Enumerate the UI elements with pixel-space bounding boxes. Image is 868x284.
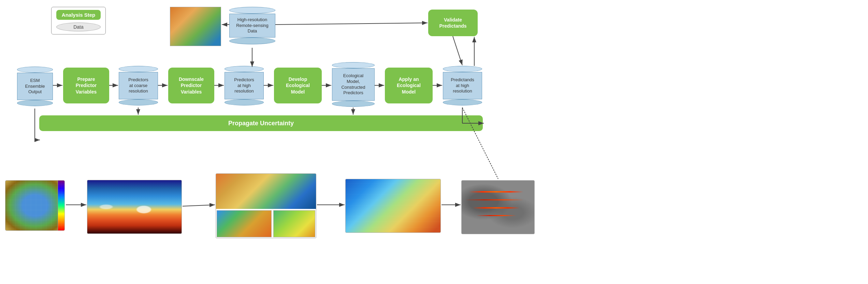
validate-box: ValidatePredictands	[428, 10, 478, 36]
esm-cylinder-top	[17, 67, 53, 73]
apply-eco-box: Apply anEcologicalModel	[385, 68, 433, 103]
legend-analysis-step: Analysis Step	[56, 10, 101, 20]
propagate-uncertainty-bar: Propagate Uncertainty	[39, 115, 483, 131]
arrow-validate-predictands	[453, 36, 462, 65]
predictands-high-top	[443, 66, 482, 72]
eco-model-cylinder: EcologicalModel,ConstructedPredictors	[332, 62, 375, 107]
diagram-container: Analysis Step Data ESMEnsembleOutput Pre…	[0, 0, 868, 284]
hires-remote-cylinder: High-resolutionRemote-sensingData	[229, 7, 275, 44]
esm-cylinder: ESMEnsembleOutput	[17, 67, 53, 106]
prepare-predictor-box: PreparePredictorVariables	[63, 68, 109, 103]
region-multi-map	[216, 173, 316, 238]
predictors-high-cylinder: Predictorsat highresolution	[225, 66, 264, 105]
predictors-coarse-bottom	[119, 99, 158, 105]
arrows-overlay	[0, 0, 868, 284]
develop-eco-box: DevelopEcologicalModel	[274, 68, 322, 103]
predictands-high-cylinder: Predictandsat highresolution	[443, 66, 482, 105]
legend-data: Data	[56, 23, 101, 31]
downscale-box: DownscalePredictorVariables	[168, 68, 214, 103]
arrow-hires-validate	[275, 23, 428, 25]
eco-model-bottom	[332, 101, 375, 107]
habitat-map	[461, 180, 535, 234]
esm-cylinder-body: ESMEnsembleOutput	[17, 73, 53, 100]
world-sst-map	[87, 180, 182, 234]
predictors-high-top	[225, 66, 264, 72]
legend-box: Analysis Step Data	[51, 7, 106, 34]
predictors-coarse-body: Predictorsat coarseresolution	[119, 72, 158, 99]
predictors-high-bottom	[225, 99, 264, 105]
region-hi-map	[345, 179, 441, 233]
small-top-map	[170, 7, 221, 46]
hires-remote-top	[229, 7, 275, 14]
arrow-world-region	[183, 205, 215, 206]
predictands-high-bottom	[443, 99, 482, 105]
eco-model-top	[332, 62, 375, 68]
esm-cylinder-bottom	[17, 100, 53, 106]
hires-remote-body: High-resolutionRemote-sensingData	[229, 14, 275, 38]
predictors-coarse-cylinder: Predictorsat coarseresolution	[119, 66, 158, 105]
predictors-coarse-top	[119, 66, 158, 72]
propagate-label: Propagate Uncertainty	[228, 120, 294, 127]
predictands-high-body: Predictandsat highresolution	[443, 72, 482, 99]
eco-model-body: EcologicalModel,ConstructedPredictors	[332, 68, 375, 101]
globe-map	[5, 180, 65, 231]
predictors-high-body: Predictorsat highresolution	[225, 72, 264, 99]
hires-remote-bottom	[229, 38, 275, 44]
